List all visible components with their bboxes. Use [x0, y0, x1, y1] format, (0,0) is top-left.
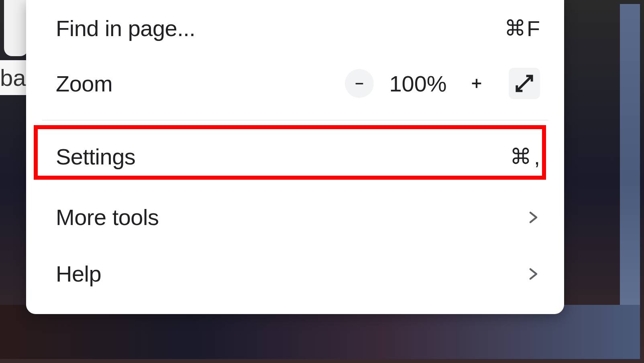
help-label: Help	[56, 261, 101, 287]
browser-overflow-menu: Find in page... ⌘F Zoom 100% Se	[26, 0, 564, 314]
zoom-controls: 100%	[345, 68, 540, 99]
shortcut-key-comma: ,	[534, 144, 540, 169]
find-in-page-shortcut: ⌘F	[504, 16, 540, 41]
settings-label: Settings	[56, 144, 135, 170]
more-tools-label: More tools	[56, 204, 159, 230]
zoom-value: 100%	[386, 71, 450, 97]
fullscreen-button[interactable]	[509, 68, 540, 99]
menu-item-help[interactable]: Help	[26, 245, 564, 302]
command-key-icon: ⌘	[504, 16, 526, 41]
settings-shortcut: ⌘,	[510, 144, 540, 169]
find-in-page-label: Find in page...	[56, 15, 195, 41]
menu-item-find-in-page[interactable]: Find in page... ⌘F	[26, 0, 564, 57]
zoom-in-button[interactable]	[462, 69, 491, 98]
fullscreen-icon	[513, 72, 536, 95]
backdrop-tab-corner	[4, 0, 28, 56]
chevron-right-icon	[526, 263, 540, 285]
shortcut-key-f: F	[527, 16, 540, 41]
menu-item-zoom: Zoom 100%	[26, 57, 564, 116]
menu-item-more-tools[interactable]: More tools	[26, 189, 564, 245]
svg-rect-2	[476, 79, 477, 88]
backdrop-partial-text: ba	[0, 60, 26, 95]
svg-rect-0	[356, 83, 363, 85]
plus-icon	[470, 77, 483, 90]
command-key-icon: ⌘	[510, 144, 532, 169]
menu-item-settings[interactable]: Settings ⌘,	[26, 124, 564, 189]
menu-divider	[42, 120, 548, 120]
chevron-right-icon	[526, 207, 540, 228]
zoom-out-button[interactable]	[345, 69, 374, 98]
zoom-label: Zoom	[56, 71, 112, 97]
minus-icon	[354, 78, 365, 89]
